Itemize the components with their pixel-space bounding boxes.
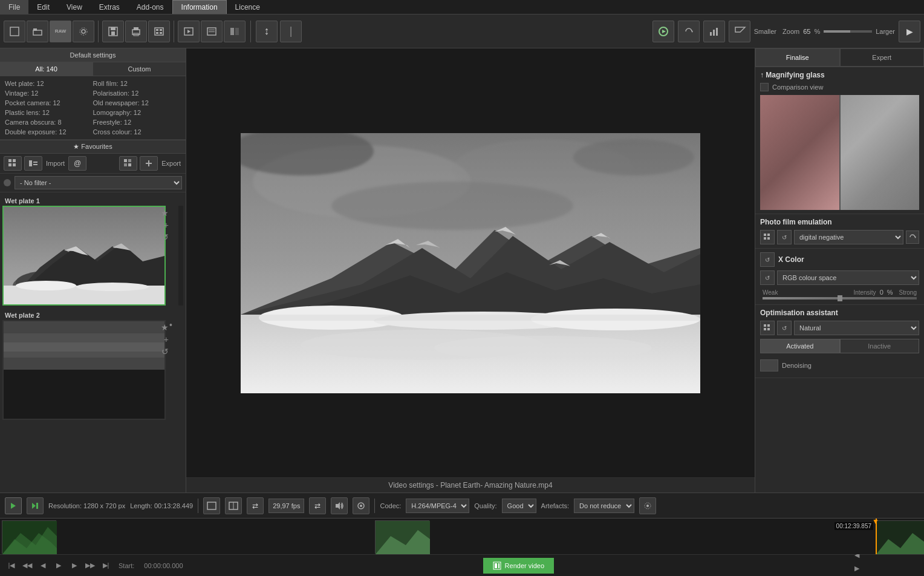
preset-plus-1[interactable]: + (164, 220, 169, 230)
import-list-btn[interactable] (24, 156, 42, 171)
render-video-btn[interactable]: Render video (483, 558, 554, 574)
menu-information[interactable]: Information (172, 0, 227, 14)
menu-licence[interactable]: Licence (227, 0, 268, 14)
photo-film-grid-icon[interactable] (760, 230, 775, 244)
toolbar-crop-btn[interactable] (729, 21, 750, 42)
favourites-bar[interactable]: ★ Favourites (0, 140, 186, 154)
filter-polarisation[interactable]: Polarisation: 12 (93, 90, 181, 97)
photo-film-select[interactable]: digital negative (794, 230, 903, 244)
optimisation-grid-icon[interactable] (760, 321, 775, 335)
toolbar-cursor-btn[interactable]: ↕ (256, 21, 278, 42)
transport-prev-fast-btn[interactable]: ◀◀ (21, 559, 34, 572)
filter-cameraobscura[interactable]: Camera obscura: 8 (5, 119, 93, 126)
vc-crop-btn[interactable] (225, 497, 242, 514)
filter-crosscolour[interactable]: Cross colour: 12 (93, 128, 181, 136)
vc-flip-btn[interactable]: ⇄ (247, 497, 264, 514)
optimisation-select[interactable]: Natural (794, 321, 919, 335)
vc-codec-select[interactable]: H.264/MPEG-4 (406, 499, 469, 513)
vc-quality-select[interactable]: Good (502, 499, 536, 513)
optimisation-cycle-icon[interactable]: ↺ (777, 321, 792, 335)
tab-finalise[interactable]: Finalise (755, 48, 840, 67)
preset-item-2[interactable]: ★ + ↺ • (2, 320, 183, 420)
filter-oldnewspaper[interactable]: Old newspaper: 12 (93, 99, 181, 106)
timeline[interactable]: 00:12:39.857 (0, 518, 924, 554)
vc-circular-btn[interactable] (353, 497, 369, 514)
xcolor-select[interactable]: RGB colour space (777, 270, 919, 285)
filter-freestyle[interactable]: Freestyle: 12 (93, 119, 181, 126)
filter-wetplate[interactable]: Wet plate: 12 (5, 80, 93, 87)
filter-pocketcam[interactable]: Pocket camera: 12 (5, 99, 93, 106)
filter-plasticlens[interactable]: Plastic lens: 12 (5, 109, 93, 116)
vc-play-btn[interactable] (5, 497, 22, 514)
grid-view-btn[interactable] (4, 156, 22, 171)
xcolor-icon[interactable]: ↺ (760, 252, 775, 267)
toolbar-line-btn[interactable]: | (280, 21, 302, 42)
preset-scrollbar[interactable] (178, 206, 183, 306)
magnifying-glass-header: ↑ Magnifying glass (760, 71, 919, 79)
toolbar-histogram-btn[interactable] (703, 21, 725, 42)
preset-rotate-1[interactable]: ↺ (161, 232, 169, 242)
export-grid-btn[interactable] (119, 156, 137, 171)
preset-thumb-1[interactable] (2, 206, 166, 306)
toolbar-export-btn[interactable] (201, 21, 223, 42)
vc-volume-btn[interactable] (331, 497, 348, 514)
vc-play2-btn[interactable] (27, 497, 44, 514)
toolbar-film-btn[interactable] (148, 21, 170, 42)
photo-film-refresh-btn[interactable] (906, 231, 919, 244)
menu-edit[interactable]: Edit (28, 0, 58, 14)
toolbar-save-btn[interactable] (102, 21, 124, 42)
zoom-in-btn[interactable]: ▶ (899, 21, 920, 42)
filter-doubleexposure[interactable]: Double exposure: 12 (5, 128, 93, 136)
toolbar-refresh-btn[interactable] (678, 21, 700, 42)
toolbar-settings-btn[interactable] (73, 21, 94, 42)
transport-to-start-btn[interactable]: |◀ (5, 559, 18, 572)
intensity-slider[interactable] (763, 297, 917, 299)
preset-star-1[interactable]: ★ (161, 208, 169, 218)
menu-file[interactable]: File (0, 0, 28, 14)
preset-item-1[interactable]: ★ + ↺ (2, 206, 183, 306)
vc-frame-btn[interactable] (203, 497, 220, 514)
menu-addons[interactable]: Add-ons (128, 0, 172, 14)
transport-play-btn[interactable]: ▶ (52, 559, 65, 572)
export-plus-btn[interactable] (140, 156, 158, 171)
at-icon-btn[interactable]: @ (68, 156, 86, 171)
toolbar-video-btn[interactable] (652, 21, 674, 42)
inactive-btn[interactable]: Inactive (840, 339, 920, 353)
toolbar-new-btn[interactable] (4, 21, 25, 42)
transport-to-end-btn[interactable]: ▶| (99, 559, 112, 572)
transport-prev-btn[interactable]: ◀ (36, 559, 50, 572)
filter-lomography[interactable]: Lomography: 12 (93, 109, 181, 116)
filter-rollfilm[interactable]: Roll film: 12 (93, 80, 181, 87)
tab-all[interactable]: All: 140 (0, 62, 93, 76)
vc-settings-btn[interactable] (639, 497, 656, 514)
toolbar-raw-btn[interactable]: RAW (50, 21, 71, 42)
photo-film-cycle-icon[interactable]: ↺ (777, 230, 792, 244)
toolbar-compare-btn[interactable] (224, 21, 246, 42)
toolbar-share-btn[interactable] (178, 21, 200, 42)
intensity-slider-handle[interactable] (838, 295, 842, 301)
tab-custom[interactable]: Custom (93, 62, 186, 76)
vc-artefacts-select[interactable]: Do not reduce (574, 499, 634, 513)
vc-fps[interactable]: 29,97 fps (268, 499, 304, 513)
vc-fps-convert-btn[interactable]: ⇄ (309, 497, 326, 514)
preset-star-2[interactable]: ★ (161, 322, 169, 332)
filter-select[interactable]: - No filter - (15, 176, 182, 189)
preset-plus-2[interactable]: + (164, 335, 169, 344)
transport-next-btn[interactable]: ▶ (68, 559, 81, 572)
toolbar-open-btn[interactable] (27, 21, 48, 42)
menu-extras[interactable]: Extras (91, 0, 128, 14)
zoom-slider[interactable] (824, 30, 872, 33)
tab-expert[interactable]: Expert (840, 48, 925, 67)
comparison-checkbox[interactable] (760, 83, 769, 91)
preset-thumb-2[interactable] (2, 320, 166, 420)
xcolor-cycle-icon[interactable]: ↺ (760, 270, 775, 285)
preset-dot-btn[interactable]: • (169, 320, 172, 330)
filter-vintage[interactable]: Vintage: 12 (5, 90, 93, 97)
toolbar-print-btn[interactable] (125, 21, 147, 42)
activated-btn[interactable]: Activated (760, 339, 840, 353)
transport-next-fast-btn[interactable]: ▶▶ (83, 559, 97, 572)
preset-rotate-2[interactable]: ↺ (161, 347, 169, 356)
menu-view[interactable]: View (58, 0, 91, 14)
transport-end-next-btn[interactable]: ▶ (850, 562, 864, 575)
timeline-playhead[interactable] (876, 519, 877, 554)
